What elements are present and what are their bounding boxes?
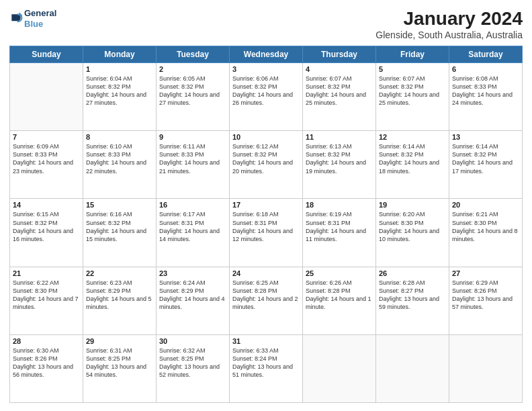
calendar-cell: 9Sunrise: 6:11 AM Sunset: 8:33 PM Daylig…: [157, 131, 230, 199]
col-monday: Monday: [83, 46, 157, 63]
cell-info: Sunrise: 6:12 AM Sunset: 8:32 PM Dayligh…: [232, 142, 300, 175]
calendar-cell: 26Sunrise: 6:28 AM Sunset: 8:27 PM Dayli…: [376, 267, 449, 334]
calendar-cell: 25Sunrise: 6:26 AM Sunset: 8:28 PM Dayli…: [303, 267, 376, 334]
day-number: 26: [379, 269, 446, 277]
day-number: 15: [86, 201, 153, 209]
calendar-cell: [449, 334, 523, 402]
cell-info: Sunrise: 6:16 AM Sunset: 8:32 PM Dayligh…: [86, 210, 153, 243]
calendar-cell: 31Sunrise: 6:33 AM Sunset: 8:24 PM Dayli…: [230, 334, 303, 402]
day-number: 7: [13, 133, 80, 141]
day-number: 14: [13, 201, 80, 209]
day-number: 9: [159, 133, 226, 141]
calendar-cell: 2Sunrise: 6:05 AM Sunset: 8:32 PM Daylig…: [157, 63, 230, 131]
day-number: 13: [452, 133, 519, 141]
day-number: 28: [13, 337, 80, 345]
day-number: 20: [452, 201, 519, 209]
calendar-cell: 27Sunrise: 6:29 AM Sunset: 8:26 PM Dayli…: [449, 267, 523, 334]
day-number: 16: [159, 201, 226, 209]
day-number: 3: [232, 65, 300, 73]
calendar-cell: [376, 334, 449, 402]
day-number: 2: [159, 65, 226, 73]
col-saturday: Saturday: [449, 46, 523, 63]
calendar-cell: 5Sunrise: 6:07 AM Sunset: 8:32 PM Daylig…: [376, 63, 449, 131]
day-number: 30: [159, 337, 226, 345]
day-number: 8: [86, 133, 153, 141]
day-number: 5: [379, 65, 446, 73]
cell-info: Sunrise: 6:11 AM Sunset: 8:33 PM Dayligh…: [159, 142, 226, 175]
cell-info: Sunrise: 6:33 AM Sunset: 8:24 PM Dayligh…: [232, 347, 300, 379]
cell-info: Sunrise: 6:08 AM Sunset: 8:33 PM Dayligh…: [452, 75, 519, 107]
calendar-cell: 30Sunrise: 6:32 AM Sunset: 8:25 PM Dayli…: [157, 334, 230, 402]
col-friday: Friday: [376, 46, 449, 63]
calendar-cell: 6Sunrise: 6:08 AM Sunset: 8:33 PM Daylig…: [449, 63, 523, 131]
logo: General Blue: [9, 8, 56, 29]
calendar-week-3: 14Sunrise: 6:15 AM Sunset: 8:32 PM Dayli…: [10, 199, 523, 267]
day-number: 19: [379, 201, 446, 209]
cell-info: Sunrise: 6:05 AM Sunset: 8:32 PM Dayligh…: [159, 75, 226, 107]
logo-line1: General: [24, 8, 56, 19]
cell-info: Sunrise: 6:28 AM Sunset: 8:27 PM Dayligh…: [379, 279, 446, 312]
header: General Blue January 2024 Glenside, Sout…: [9, 8, 523, 40]
calendar-cell: 29Sunrise: 6:31 AM Sunset: 8:25 PM Dayli…: [83, 334, 157, 402]
day-number: 12: [379, 133, 446, 141]
calendar-table: Sunday Monday Tuesday Wednesday Thursday…: [9, 46, 523, 403]
cell-info: Sunrise: 6:24 AM Sunset: 8:29 PM Dayligh…: [159, 279, 226, 312]
cell-info: Sunrise: 6:10 AM Sunset: 8:33 PM Dayligh…: [86, 142, 153, 175]
calendar-cell: 7Sunrise: 6:09 AM Sunset: 8:33 PM Daylig…: [10, 131, 83, 199]
col-wednesday: Wednesday: [230, 46, 303, 63]
calendar-cell: 8Sunrise: 6:10 AM Sunset: 8:33 PM Daylig…: [83, 131, 157, 199]
title-block: January 2024 Glenside, South Australia, …: [375, 8, 523, 40]
calendar-cell: [10, 63, 83, 131]
calendar-cell: 14Sunrise: 6:15 AM Sunset: 8:32 PM Dayli…: [10, 199, 83, 267]
day-number: 21: [13, 269, 80, 277]
calendar-cell: 21Sunrise: 6:22 AM Sunset: 8:30 PM Dayli…: [10, 267, 83, 334]
logo-line2: Blue: [24, 19, 43, 29]
logo-icon: [9, 12, 23, 26]
col-tuesday: Tuesday: [157, 46, 230, 63]
cell-info: Sunrise: 6:22 AM Sunset: 8:30 PM Dayligh…: [13, 279, 80, 312]
calendar-cell: 16Sunrise: 6:17 AM Sunset: 8:31 PM Dayli…: [157, 199, 230, 267]
calendar-cell: 13Sunrise: 6:14 AM Sunset: 8:32 PM Dayli…: [449, 131, 523, 199]
cell-info: Sunrise: 6:07 AM Sunset: 8:32 PM Dayligh…: [379, 75, 446, 107]
calendar-cell: 20Sunrise: 6:21 AM Sunset: 8:30 PM Dayli…: [449, 199, 523, 267]
day-number: 10: [232, 133, 300, 141]
calendar-cell: 28Sunrise: 6:30 AM Sunset: 8:26 PM Dayli…: [10, 334, 83, 402]
cell-info: Sunrise: 6:23 AM Sunset: 8:29 PM Dayligh…: [86, 279, 153, 312]
day-number: 29: [86, 337, 153, 345]
cell-info: Sunrise: 6:13 AM Sunset: 8:32 PM Dayligh…: [306, 142, 373, 175]
cell-info: Sunrise: 6:09 AM Sunset: 8:33 PM Dayligh…: [13, 142, 80, 175]
cell-info: Sunrise: 6:14 AM Sunset: 8:32 PM Dayligh…: [379, 142, 446, 175]
cell-info: Sunrise: 6:06 AM Sunset: 8:32 PM Dayligh…: [232, 75, 300, 107]
calendar-cell: 12Sunrise: 6:14 AM Sunset: 8:32 PM Dayli…: [376, 131, 449, 199]
day-number: 27: [452, 269, 519, 277]
day-number: 25: [306, 269, 373, 277]
calendar-cell: 19Sunrise: 6:20 AM Sunset: 8:30 PM Dayli…: [376, 199, 449, 267]
calendar-cell: 10Sunrise: 6:12 AM Sunset: 8:32 PM Dayli…: [230, 131, 303, 199]
logo-text: General Blue: [24, 8, 56, 29]
day-number: 6: [452, 65, 519, 73]
cell-info: Sunrise: 6:29 AM Sunset: 8:26 PM Dayligh…: [452, 279, 519, 312]
page-subtitle: Glenside, South Australia, Australia: [375, 30, 523, 40]
day-number: 11: [306, 133, 373, 141]
day-number: 24: [232, 269, 300, 277]
day-number: 22: [86, 269, 153, 277]
cell-info: Sunrise: 6:15 AM Sunset: 8:32 PM Dayligh…: [13, 210, 80, 243]
calendar-cell: 4Sunrise: 6:07 AM Sunset: 8:32 PM Daylig…: [303, 63, 376, 131]
day-number: 18: [306, 201, 373, 209]
page-title: January 2024: [375, 8, 523, 30]
day-number: 23: [159, 269, 226, 277]
cell-info: Sunrise: 6:04 AM Sunset: 8:32 PM Dayligh…: [86, 75, 153, 107]
cell-info: Sunrise: 6:32 AM Sunset: 8:25 PM Dayligh…: [159, 347, 226, 379]
calendar-cell: 11Sunrise: 6:13 AM Sunset: 8:32 PM Dayli…: [303, 131, 376, 199]
calendar-cell: 18Sunrise: 6:19 AM Sunset: 8:31 PM Dayli…: [303, 199, 376, 267]
cell-info: Sunrise: 6:19 AM Sunset: 8:31 PM Dayligh…: [306, 210, 373, 243]
cell-info: Sunrise: 6:17 AM Sunset: 8:31 PM Dayligh…: [159, 210, 226, 243]
calendar-week-5: 28Sunrise: 6:30 AM Sunset: 8:26 PM Dayli…: [10, 334, 523, 402]
cell-info: Sunrise: 6:25 AM Sunset: 8:28 PM Dayligh…: [232, 279, 300, 312]
cell-info: Sunrise: 6:20 AM Sunset: 8:30 PM Dayligh…: [379, 210, 446, 243]
cell-info: Sunrise: 6:21 AM Sunset: 8:30 PM Dayligh…: [452, 210, 519, 243]
calendar-cell: 24Sunrise: 6:25 AM Sunset: 8:28 PM Dayli…: [230, 267, 303, 334]
col-sunday: Sunday: [10, 46, 83, 63]
cell-info: Sunrise: 6:31 AM Sunset: 8:25 PM Dayligh…: [86, 347, 153, 379]
cell-info: Sunrise: 6:07 AM Sunset: 8:32 PM Dayligh…: [306, 75, 373, 107]
